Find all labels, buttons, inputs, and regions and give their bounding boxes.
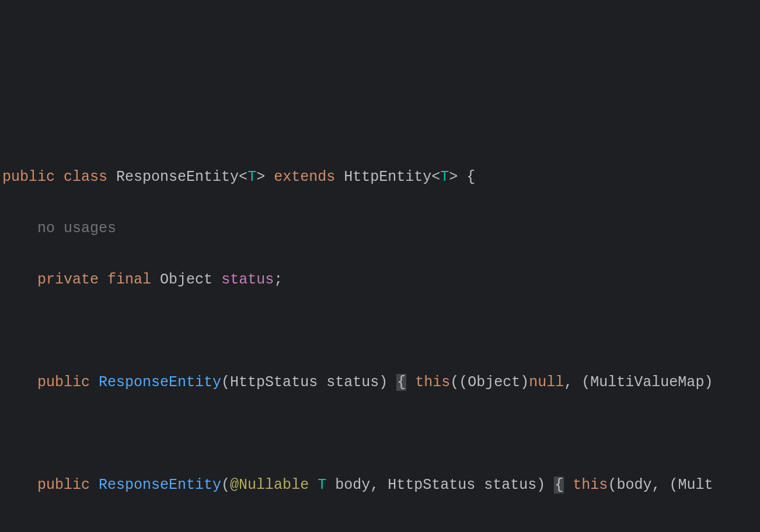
- matched-brace: {: [554, 477, 564, 494]
- code-line[interactable]: public ResponseEntity(HttpStatus status)…: [2, 370, 760, 396]
- constructor: ResponseEntity: [99, 374, 221, 391]
- keyword-class: class: [64, 169, 107, 186]
- field-status: status: [221, 271, 274, 288]
- blank-line[interactable]: [2, 421, 760, 447]
- usages-hint[interactable]: no usages: [37, 220, 116, 237]
- code-line[interactable]: public ResponseEntity(@Nullable T body, …: [2, 473, 760, 498]
- type-param: T: [247, 169, 256, 186]
- inlay-hint-line[interactable]: no usages: [2, 216, 760, 242]
- annotation-nullable: @Nullable: [230, 477, 309, 494]
- constructor: ResponseEntity: [99, 477, 221, 494]
- code-line[interactable]: public class ResponseEntity<T> extends H…: [2, 164, 760, 190]
- matched-brace: {: [396, 374, 406, 391]
- code-line[interactable]: private final Object status;: [2, 267, 760, 293]
- class-name: ResponseEntity: [116, 169, 239, 186]
- parent-class: HttpEntity: [344, 169, 431, 186]
- blank-line[interactable]: [2, 524, 760, 532]
- keyword-public: public: [2, 169, 55, 186]
- code-editor[interactable]: public class ResponseEntity<T> extends H…: [0, 128, 760, 532]
- keyword-extends: extends: [274, 169, 335, 186]
- blank-line[interactable]: [2, 318, 760, 344]
